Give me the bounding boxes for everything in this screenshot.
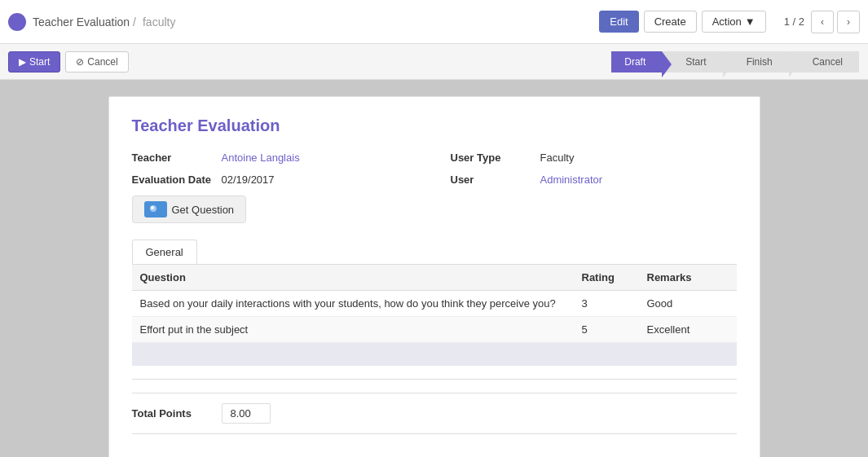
- user-label: User: [451, 174, 540, 186]
- teacher-value[interactable]: Antoine Langlais: [222, 152, 300, 164]
- pagination-text: 1 / 2: [784, 15, 804, 28]
- prev-button[interactable]: ‹: [811, 11, 834, 33]
- get-question-label: Get Question: [172, 204, 235, 216]
- col-remarks: Remarks: [639, 265, 737, 291]
- total-section: Total Points 8.00: [132, 393, 737, 424]
- empty-row: [132, 343, 737, 366]
- workflow-bar: ▶ Start ⊘ Cancel Draft Start Finish Canc…: [0, 44, 868, 80]
- dropdown-arrow-icon: ▼: [745, 15, 756, 28]
- user-type-row: User Type Faculty: [451, 152, 737, 164]
- form-card: Teacher Evaluation Teacher Antoine Langl…: [108, 96, 760, 457]
- start-workflow-button[interactable]: ▶ Start: [8, 51, 60, 73]
- app-logo: [8, 13, 26, 31]
- evaluation-table: Question Rating Remarks Based on your da…: [132, 265, 737, 343]
- get-question-icon: [144, 201, 167, 218]
- user-type-value: Faculty: [540, 152, 575, 164]
- cell-question: Effort put in the subject: [132, 317, 574, 343]
- workflow-step-finish: Finish: [724, 51, 789, 73]
- cell-rating: 5: [574, 317, 639, 343]
- cell-remarks: Excellent: [639, 317, 737, 343]
- breadcrumb-link-teacher-evaluation[interactable]: Teacher Evaluation: [33, 15, 130, 29]
- bottom-separator: [132, 433, 737, 434]
- tab-general[interactable]: General: [132, 239, 197, 264]
- cell-question: Based on your daily interactions with yo…: [132, 291, 574, 317]
- tabs: General Question Rating Remarks Based on…: [132, 239, 737, 366]
- workflow-step-cancel: Cancel: [790, 51, 859, 73]
- user-type-label: User Type: [451, 152, 540, 164]
- user-value[interactable]: Administrator: [540, 174, 603, 186]
- get-question-button[interactable]: Get Question: [132, 196, 247, 223]
- total-value: 8.00: [222, 403, 271, 424]
- cancel-workflow-button[interactable]: ⊘ Cancel: [65, 51, 128, 73]
- user-row: User Administrator: [451, 174, 737, 186]
- action-button[interactable]: Action ▼: [702, 11, 766, 33]
- top-bar: Teacher Evaluation / faculty Edit Create…: [0, 0, 868, 44]
- next-button[interactable]: ›: [837, 11, 860, 33]
- breadcrumb: Teacher Evaluation / faculty: [33, 15, 599, 29]
- table-row: Effort put in the subject 5 Excellent: [132, 317, 737, 343]
- cancel-icon: ⊘: [76, 56, 84, 68]
- tab-list: General: [132, 239, 737, 265]
- play-icon: ▶: [19, 56, 26, 68]
- cell-remarks: Good: [639, 291, 737, 317]
- teacher-row: Teacher Antoine Langlais: [132, 152, 418, 164]
- form-title: Teacher Evaluation: [132, 116, 737, 135]
- workflow-steps: Draft Start Finish Cancel: [611, 51, 860, 73]
- edit-button[interactable]: Edit: [599, 11, 638, 33]
- table-header-row: Question Rating Remarks: [132, 265, 737, 291]
- col-question: Question: [132, 265, 574, 291]
- top-bar-actions: Edit Create Action ▼ 1 / 2 ‹ ›: [599, 11, 860, 33]
- form-fields: Teacher Antoine Langlais Evaluation Date…: [132, 152, 737, 223]
- breadcrumb-current: faculty: [143, 15, 175, 29]
- eval-date-label: Evaluation Date: [132, 174, 222, 186]
- form-col-left: Teacher Antoine Langlais Evaluation Date…: [132, 152, 418, 223]
- form-col-right: User Type Faculty User Administrator: [451, 152, 737, 223]
- eval-date-row: Evaluation Date 02/19/2017: [132, 174, 418, 186]
- workflow-step-draft: Draft: [611, 51, 662, 73]
- create-button[interactable]: Create: [644, 11, 697, 33]
- svg-point-2: [151, 206, 154, 209]
- separator: [132, 379, 737, 380]
- col-rating: Rating: [574, 265, 639, 291]
- eval-date-value: 02/19/2017: [222, 174, 275, 186]
- cell-rating: 3: [574, 291, 639, 317]
- teacher-label: Teacher: [132, 152, 222, 164]
- pagination-controls: 1 / 2 ‹ ›: [784, 11, 860, 33]
- breadcrumb-separator: /: [133, 15, 136, 29]
- total-label: Total Points: [132, 407, 222, 420]
- main-content: Teacher Evaluation Teacher Antoine Langl…: [0, 80, 868, 457]
- workflow-step-start: Start: [663, 51, 722, 73]
- table-row: Based on your daily interactions with yo…: [132, 291, 737, 317]
